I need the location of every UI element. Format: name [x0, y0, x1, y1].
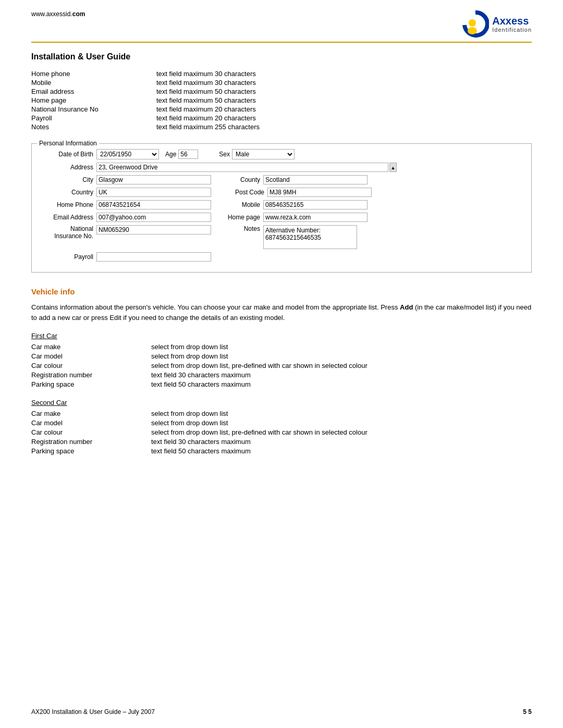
- city-input[interactable]: [96, 175, 211, 184]
- field-name: National Insurance No: [31, 105, 156, 113]
- car-field-desc: select from drop down list: [151, 343, 532, 351]
- car-field-name: Car model: [31, 352, 151, 360]
- homephone-input[interactable]: [96, 200, 211, 209]
- pi-address-row: Address ▲: [39, 163, 524, 172]
- country-label: Country: [39, 189, 96, 196]
- postcode-input[interactable]: [267, 188, 372, 197]
- age-label: Age: [165, 151, 176, 158]
- dob-input[interactable]: 22/05/1950: [96, 149, 159, 159]
- svg-point-1: [468, 27, 477, 34]
- website-url: www.axxessid.com: [31, 10, 85, 18]
- list-item: Car model select from drop down list: [31, 352, 532, 360]
- city-label: City: [39, 176, 96, 183]
- list-item: Registration number text field 30 charac…: [31, 438, 532, 446]
- car-field-name: Parking space: [31, 380, 151, 388]
- field-list: Home phone text field maximum 30 charact…: [31, 70, 532, 131]
- pi-email-row: Email Address Home page: [39, 213, 524, 222]
- notes-label: Notes: [222, 225, 263, 232]
- pi-phone-row: Home Phone Mobile: [39, 200, 524, 209]
- car-field-name: Car colour: [31, 362, 151, 369]
- field-desc: text field maximum 30 characters: [156, 70, 532, 78]
- personal-info-box: Personal Information Date of Birth 22/05…: [31, 143, 532, 273]
- address-scrollbar: ▲: [389, 163, 397, 172]
- address-label: Address: [39, 164, 96, 171]
- notes-input[interactable]: Alternative Number: 6874563215646535: [263, 225, 357, 249]
- list-item: Home page text field maximum 50 characte…: [31, 96, 532, 104]
- sex-label: Sex: [219, 151, 230, 158]
- list-item: Parking space text field 50 characters m…: [31, 380, 532, 388]
- add-bold: Add: [400, 303, 413, 311]
- list-item: Registration number text field 30 charac…: [31, 371, 532, 379]
- field-name: Home phone: [31, 70, 156, 78]
- payroll-label: Payroll: [39, 253, 96, 261]
- url-bold: com: [72, 10, 85, 18]
- age-input[interactable]: [178, 150, 198, 159]
- car-field-name: Car model: [31, 419, 151, 427]
- field-name: Mobile: [31, 79, 156, 87]
- sex-input[interactable]: Male: [232, 149, 295, 159]
- field-desc: text field maximum 255 characters: [156, 123, 532, 131]
- dob-label: Date of Birth: [39, 151, 96, 158]
- pi-city-row: City County: [39, 175, 524, 184]
- logo-text-area: Axxess Identification: [492, 15, 532, 33]
- car-field-desc: select from drop down list: [151, 419, 532, 427]
- country-input[interactable]: [96, 188, 211, 197]
- pi-legend: Personal Information: [37, 140, 99, 147]
- list-item: Car make select from drop down list: [31, 410, 532, 417]
- list-item: Home phone text field maximum 30 charact…: [31, 70, 532, 78]
- list-item: Payroll text field maximum 20 characters: [31, 114, 532, 122]
- national-label-group: National Insurance No.: [39, 225, 96, 240]
- car-field-name: Car colour: [31, 428, 151, 436]
- first-car-section: First Car Car make select from drop down…: [31, 332, 532, 388]
- field-desc: text field maximum 20 characters: [156, 105, 532, 113]
- pi-country-row: Country Post Code: [39, 188, 524, 197]
- second-car-label: Second Car: [31, 399, 532, 406]
- car-field-name: Registration number: [31, 438, 151, 446]
- car-field-desc: text field 50 characters maximum: [151, 380, 532, 388]
- field-desc: text field maximum 50 characters: [156, 88, 532, 95]
- page-header: www.axxessid.com Axxess Identification: [31, 10, 532, 38]
- car-field-desc: select from drop down list: [151, 352, 532, 360]
- mobile-input[interactable]: [263, 200, 368, 209]
- county-input[interactable]: [263, 175, 368, 184]
- page-footer: AX200 Installation & User Guide – July 2…: [31, 708, 532, 715]
- vehicle-description: Contains information about the person's …: [31, 302, 532, 323]
- page-title: Installation & User Guide: [31, 52, 532, 61]
- svg-point-0: [469, 19, 476, 27]
- field-name: Home page: [31, 96, 156, 104]
- car-field-desc: select from drop down list, pre-defined …: [151, 362, 532, 369]
- postcode-group: Post Code: [222, 188, 372, 197]
- car-field-desc: text field 50 characters maximum: [151, 447, 532, 455]
- logo-tagline: Identification: [492, 27, 532, 33]
- logo-icon: [462, 10, 489, 38]
- national-input[interactable]: [96, 225, 211, 235]
- footer-left: AX200 Installation & User Guide – July 2…: [31, 708, 155, 715]
- national-label2: Insurance No.: [54, 232, 93, 240]
- pi-national-row: National Insurance No. Notes Alternative…: [39, 225, 524, 249]
- list-item: Email address text field maximum 50 char…: [31, 88, 532, 95]
- list-item: Car colour select from drop down list, p…: [31, 362, 532, 369]
- list-item: Mobile text field maximum 30 characters: [31, 79, 532, 87]
- car-field-name: Car make: [31, 343, 151, 351]
- field-desc: text field maximum 30 characters: [156, 79, 532, 87]
- field-desc: text field maximum 20 characters: [156, 114, 532, 122]
- car-field-name: Car make: [31, 410, 151, 417]
- list-item: Car model select from drop down list: [31, 419, 532, 427]
- homepage-group: Home page: [222, 213, 368, 222]
- header-divider: [31, 42, 532, 43]
- homepage-input[interactable]: [263, 213, 368, 222]
- list-item: Notes text field maximum 255 characters: [31, 123, 532, 131]
- mobile-group: Mobile: [222, 200, 368, 209]
- homephone-label: Home Phone: [39, 201, 96, 208]
- list-item: National Insurance No text field maximum…: [31, 105, 532, 113]
- email-input[interactable]: [96, 213, 211, 222]
- address-input[interactable]: [96, 163, 388, 172]
- payroll-input[interactable]: [96, 252, 211, 262]
- footer-page-number: 5 5: [523, 708, 532, 715]
- list-item: Car colour select from drop down list, p…: [31, 428, 532, 436]
- field-name: Notes: [31, 123, 156, 131]
- vehicle-section-title: Vehicle info: [31, 287, 532, 296]
- mobile-label: Mobile: [222, 201, 263, 208]
- car-field-name: Registration number: [31, 371, 151, 379]
- car-field-desc: select from drop down list, pre-defined …: [151, 428, 532, 436]
